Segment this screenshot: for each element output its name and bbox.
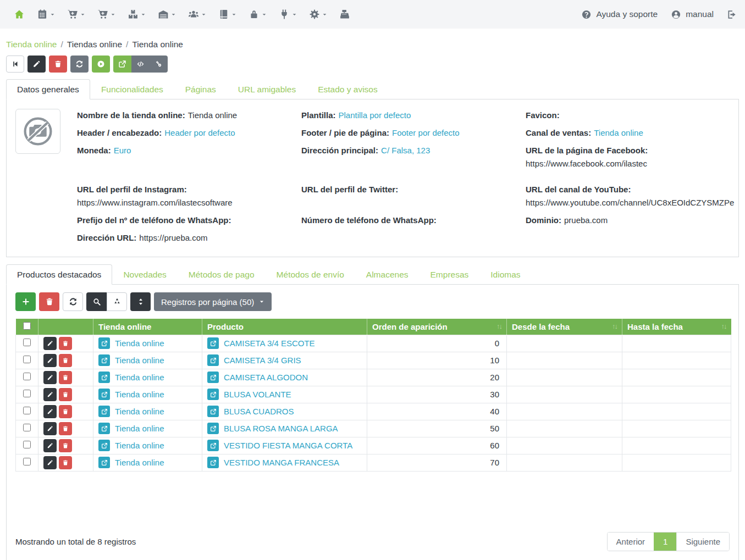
field-value[interactable]: Euro bbox=[114, 146, 131, 155]
user-menu[interactable]: manual bbox=[671, 9, 714, 20]
column-sort-button[interactable] bbox=[130, 292, 151, 311]
edit-row-button[interactable] bbox=[43, 371, 57, 384]
help-menu[interactable]: Ayuda y soporte bbox=[581, 9, 658, 20]
open-store-button[interactable] bbox=[98, 389, 110, 400]
delete-row-button[interactable] bbox=[59, 422, 72, 435]
open-site-button[interactable] bbox=[113, 56, 131, 73]
open-store-button[interactable] bbox=[98, 457, 110, 468]
edit-row-button[interactable] bbox=[43, 337, 57, 350]
sort-icon[interactable]: ↑↓ bbox=[721, 322, 726, 330]
row-checkbox[interactable] bbox=[23, 356, 31, 363]
delete-selected-button[interactable] bbox=[39, 292, 59, 311]
open-product-button[interactable] bbox=[207, 406, 219, 417]
field-value[interactable]: Plantilla por defecto bbox=[339, 110, 411, 120]
product-link[interactable]: BLUSA ROSA MANGA LARGA bbox=[224, 424, 338, 433]
field-value[interactable]: C/ Falsa, 123 bbox=[381, 146, 430, 155]
nav-item-warehouse[interactable] bbox=[152, 0, 182, 29]
nav-item-contacts[interactable] bbox=[182, 0, 212, 29]
tab-list-3[interactable]: Métodos de envío bbox=[266, 264, 355, 285]
store-link[interactable]: Tienda online bbox=[115, 339, 164, 348]
nav-item-accounting[interactable] bbox=[212, 0, 242, 29]
open-store-button[interactable] bbox=[98, 406, 110, 417]
nav-item-home[interactable] bbox=[8, 0, 31, 29]
open-product-button[interactable] bbox=[207, 337, 219, 349]
open-product-button[interactable] bbox=[207, 354, 219, 366]
nav-item-products[interactable] bbox=[122, 0, 152, 29]
key-button[interactable] bbox=[150, 56, 168, 73]
row-checkbox[interactable] bbox=[23, 424, 31, 431]
field-value[interactable]: Tienda online bbox=[594, 128, 643, 137]
tab-list-5[interactable]: Empresas bbox=[420, 264, 480, 285]
nav-item-calendar[interactable] bbox=[31, 0, 61, 29]
nav-item-pos[interactable] bbox=[333, 0, 356, 29]
nav-item-sales-cart[interactable] bbox=[61, 0, 91, 29]
refresh-button[interactable] bbox=[70, 56, 89, 73]
per-page-dropdown[interactable]: Registros por página (50) bbox=[154, 292, 272, 311]
row-checkbox[interactable] bbox=[23, 407, 31, 414]
breadcrumb-item-1[interactable]: Tiendas online bbox=[67, 40, 122, 49]
delete-row-button[interactable] bbox=[59, 439, 72, 452]
select-all-checkbox[interactable] bbox=[23, 322, 31, 330]
store-link[interactable]: Tienda online bbox=[115, 424, 164, 433]
product-link[interactable]: BLUSA CUADROS bbox=[224, 407, 294, 416]
search-button[interactable] bbox=[86, 292, 107, 311]
open-product-button[interactable] bbox=[207, 457, 219, 468]
open-product-button[interactable] bbox=[207, 423, 219, 434]
store-link[interactable]: Tienda online bbox=[115, 373, 164, 382]
tab-general-2[interactable]: Páginas bbox=[174, 79, 227, 99]
tab-list-6[interactable]: Idiomas bbox=[479, 264, 531, 285]
edit-row-button[interactable] bbox=[43, 456, 57, 469]
open-store-button[interactable] bbox=[98, 440, 110, 451]
breadcrumb-item-2[interactable]: Tienda online bbox=[132, 40, 183, 49]
tab-general-4[interactable]: Estado y avisos bbox=[307, 79, 389, 99]
delete-row-button[interactable] bbox=[59, 456, 72, 469]
delete-button[interactable] bbox=[49, 56, 67, 73]
row-checkbox[interactable] bbox=[23, 390, 31, 397]
tab-general-0[interactable]: Datos generales bbox=[6, 79, 90, 99]
delete-row-button[interactable] bbox=[59, 337, 72, 350]
nav-item-security[interactable] bbox=[242, 0, 273, 29]
open-product-button[interactable] bbox=[207, 440, 219, 451]
open-product-button[interactable] bbox=[207, 389, 219, 400]
breadcrumb-item-0[interactable]: Tienda online bbox=[6, 40, 57, 49]
delete-row-button[interactable] bbox=[59, 405, 72, 418]
edit-row-button[interactable] bbox=[43, 405, 57, 418]
edit-row-button[interactable] bbox=[43, 439, 57, 452]
nav-item-purchases-cart[interactable] bbox=[91, 0, 122, 29]
code-button[interactable] bbox=[131, 56, 150, 73]
row-checkbox[interactable] bbox=[23, 373, 31, 380]
tab-general-3[interactable]: URL amigables bbox=[227, 79, 307, 99]
step-back-button[interactable] bbox=[6, 56, 24, 73]
store-link[interactable]: Tienda online bbox=[115, 407, 164, 416]
tab-list-1[interactable]: Novedades bbox=[112, 264, 177, 285]
delete-row-button[interactable] bbox=[59, 354, 72, 367]
row-checkbox[interactable] bbox=[23, 441, 31, 448]
edit-row-button[interactable] bbox=[43, 388, 57, 401]
edit-row-button[interactable] bbox=[43, 354, 57, 367]
open-store-button[interactable] bbox=[98, 337, 110, 349]
tab-general-1[interactable]: Funcionalidades bbox=[90, 79, 174, 99]
delete-row-button[interactable] bbox=[59, 371, 72, 384]
delete-row-button[interactable] bbox=[59, 388, 72, 401]
nav-item-connections[interactable] bbox=[273, 0, 303, 29]
store-link[interactable]: Tienda online bbox=[115, 458, 164, 467]
edit-button[interactable] bbox=[27, 56, 46, 73]
field-value[interactable]: Footer por defecto bbox=[392, 128, 460, 137]
product-link[interactable]: CAMISETA ALGODON bbox=[224, 373, 308, 382]
store-link[interactable]: Tienda online bbox=[115, 356, 164, 365]
sort-icon[interactable]: ↑↓ bbox=[612, 322, 617, 330]
logout-button[interactable] bbox=[727, 9, 737, 20]
add-button[interactable] bbox=[15, 292, 36, 311]
reload-list-button[interactable] bbox=[63, 292, 83, 311]
pagination-page-1[interactable]: 1 bbox=[654, 533, 676, 551]
sort-icon[interactable]: ↑↓ bbox=[496, 322, 501, 330]
product-link[interactable]: VESTIDO MANGA FRANCESA bbox=[224, 458, 339, 467]
tab-list-4[interactable]: Almacenes bbox=[355, 264, 420, 285]
open-product-button[interactable] bbox=[207, 372, 219, 383]
pagination-next[interactable]: Siguiente bbox=[676, 533, 729, 551]
product-link[interactable]: CAMISETA 3/4 GRIS bbox=[224, 356, 301, 365]
open-store-button[interactable] bbox=[98, 423, 110, 434]
product-link[interactable]: CAMISETA 3/4 ESCOTE bbox=[224, 339, 315, 348]
tab-list-0[interactable]: Productos destacados bbox=[6, 264, 112, 285]
field-value[interactable]: Header por defecto bbox=[164, 128, 235, 137]
